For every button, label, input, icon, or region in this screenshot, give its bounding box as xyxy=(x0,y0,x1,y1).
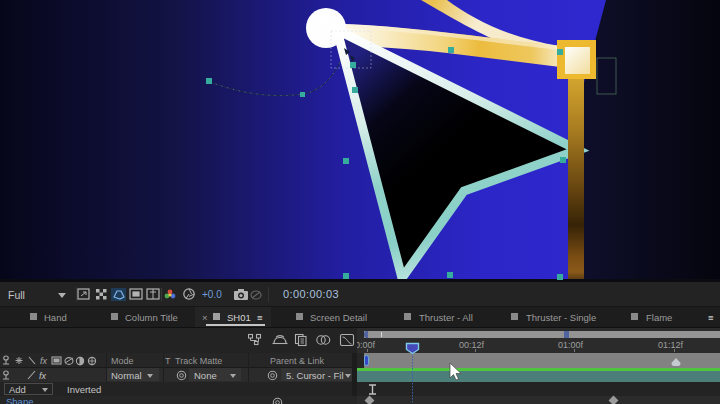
svg-text:fx: fx xyxy=(39,371,47,381)
svg-text:fx: fx xyxy=(40,356,48,366)
